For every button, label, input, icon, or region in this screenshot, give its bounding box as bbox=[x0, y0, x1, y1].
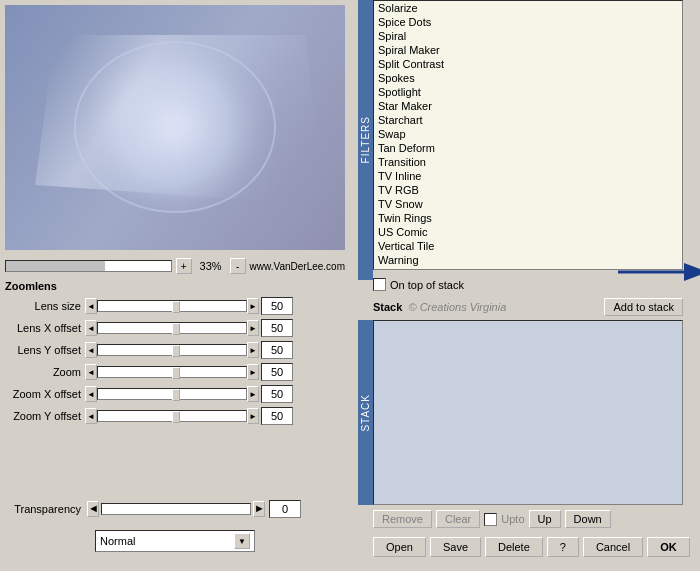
transparency-value: 0 bbox=[269, 500, 301, 518]
save-button[interactable]: Save bbox=[430, 537, 481, 557]
param-row-lens-y: Lens Y offset ◄ ► 50 bbox=[5, 340, 350, 360]
zoom-plus-button[interactable]: + bbox=[176, 258, 192, 274]
bottom-buttons: Open Save Delete ? Cancel OK bbox=[373, 537, 688, 557]
zoom-x-track[interactable] bbox=[97, 388, 247, 400]
trans-right-btn[interactable]: ► bbox=[253, 501, 265, 517]
filter-item-transition[interactable]: Transition bbox=[374, 155, 682, 169]
stack-label-row: Stack © Creations Virginia Add to stack bbox=[373, 298, 683, 316]
filter-item-swap[interactable]: Swap bbox=[374, 127, 682, 141]
filter-item-split-contrast[interactable]: Split Contrast bbox=[374, 57, 682, 71]
blend-mode-select[interactable]: Normal ▼ bbox=[95, 530, 255, 552]
zoom-left-btn[interactable]: ◄ bbox=[85, 364, 97, 380]
upto-checkbox[interactable] bbox=[484, 513, 497, 526]
stack-sidebar: STACK bbox=[358, 320, 373, 505]
filter-item-vertical-tile[interactable]: Vertical Tile bbox=[374, 239, 682, 253]
zoom-value: 50 bbox=[261, 363, 293, 381]
transparency-label: Transparency bbox=[5, 503, 85, 515]
stack-sidebar-label: STACK bbox=[360, 394, 371, 432]
up-button[interactable]: Up bbox=[529, 510, 561, 528]
filter-item-tv-snow[interactable]: TV Snow bbox=[374, 197, 682, 211]
down-button[interactable]: Down bbox=[565, 510, 611, 528]
zoomlens-panel: Zoomlens Lens size ◄ ► 50 Lens X offset … bbox=[5, 280, 350, 428]
clear-button[interactable]: Clear bbox=[436, 510, 480, 528]
param-row-lens-size: Lens size ◄ ► 50 bbox=[5, 296, 350, 316]
param-row-lens-x: Lens X offset ◄ ► 50 bbox=[5, 318, 350, 338]
lens-x-value: 50 bbox=[261, 319, 293, 337]
zoom-y-value: 50 bbox=[261, 407, 293, 425]
add-to-stack-button[interactable]: Add to stack bbox=[604, 298, 683, 316]
filters-section: FILTERS SolarizeSpice DotsSpiralSpiral M… bbox=[358, 0, 683, 280]
filter-item-starchart[interactable]: Starchart bbox=[374, 113, 682, 127]
filter-item-us-comic[interactable]: US Comic bbox=[374, 225, 682, 239]
left-panel: + 33% - www.VanDerLee.com Zoomlens Lens … bbox=[0, 0, 355, 571]
trans-track[interactable] bbox=[101, 503, 251, 515]
cancel-button[interactable]: Cancel bbox=[583, 537, 643, 557]
param-label-zoom: Zoom bbox=[5, 366, 85, 378]
lens-x-right-btn[interactable]: ► bbox=[247, 320, 259, 336]
zoom-y-left-btn[interactable]: ◄ bbox=[85, 408, 97, 424]
lens-size-left-btn[interactable]: ◄ bbox=[85, 298, 97, 314]
on-top-label: On top of stack bbox=[390, 279, 464, 291]
transparency-row: Transparency ◄ ► 0 bbox=[5, 500, 350, 518]
lens-y-right-btn[interactable]: ► bbox=[247, 342, 259, 358]
delete-button[interactable]: Delete bbox=[485, 537, 543, 557]
lens-x-left-btn[interactable]: ◄ bbox=[85, 320, 97, 336]
lens-size-right-btn[interactable]: ► bbox=[247, 298, 259, 314]
filters-sidebar-label: FILTERS bbox=[360, 116, 371, 163]
blend-mode-value: Normal bbox=[100, 535, 135, 547]
zoom-x-value: 50 bbox=[261, 385, 293, 403]
lens-y-track[interactable] bbox=[97, 344, 247, 356]
param-label-lens-size: Lens size bbox=[5, 300, 85, 312]
zoom-right-btn[interactable]: ► bbox=[247, 364, 259, 380]
lens-size-value: 50 bbox=[261, 297, 293, 315]
param-row-zoom-x: Zoom X offset ◄ ► 50 bbox=[5, 384, 350, 404]
param-label-zoom-x: Zoom X offset bbox=[5, 388, 85, 400]
lens-x-track[interactable] bbox=[97, 322, 247, 334]
lens-size-track[interactable] bbox=[97, 300, 247, 312]
filter-item-spiral[interactable]: Spiral bbox=[374, 29, 682, 43]
open-button[interactable]: Open bbox=[373, 537, 426, 557]
filter-item-solarize[interactable]: Solarize bbox=[374, 1, 682, 15]
stack-content bbox=[373, 320, 683, 505]
zoom-y-track[interactable] bbox=[97, 410, 247, 422]
filter-item-spiral-maker[interactable]: Spiral Maker bbox=[374, 43, 682, 57]
filter-item-spotlight[interactable]: Spotlight bbox=[374, 85, 682, 99]
stack-label-text: Stack bbox=[373, 301, 402, 313]
zoom-bar: + 33% - www.VanDerLee.com bbox=[5, 255, 345, 277]
param-row-zoom: Zoom ◄ ► 50 bbox=[5, 362, 350, 382]
zoom-y-right-btn[interactable]: ► bbox=[247, 408, 259, 424]
stack-credits: Stack © Creations Virginia bbox=[373, 301, 506, 313]
trans-left-btn[interactable]: ◄ bbox=[87, 501, 99, 517]
filter-item-twin-rings[interactable]: Twin Rings bbox=[374, 211, 682, 225]
filter-item-tv-rgb[interactable]: TV RGB bbox=[374, 183, 682, 197]
blend-arrow-icon[interactable]: ▼ bbox=[234, 533, 250, 549]
ok-button[interactable]: OK bbox=[647, 537, 690, 557]
filter-item-spokes[interactable]: Spokes bbox=[374, 71, 682, 85]
preview-canvas bbox=[5, 5, 345, 250]
filter-item-spice-dots[interactable]: Spice Dots bbox=[374, 15, 682, 29]
remove-button[interactable]: Remove bbox=[373, 510, 432, 528]
help-button[interactable]: ? bbox=[547, 537, 579, 557]
on-top-checkbox[interactable] bbox=[373, 278, 386, 291]
zoom-slider[interactable] bbox=[5, 260, 172, 272]
filters-list[interactable]: SolarizeSpice DotsSpiralSpiral MakerSpli… bbox=[373, 0, 683, 270]
filter-item-tv-inline[interactable]: TV Inline bbox=[374, 169, 682, 183]
zoom-minus-button[interactable]: - bbox=[230, 258, 246, 274]
zoomlens-title: Zoomlens bbox=[5, 280, 350, 292]
preview-image bbox=[5, 5, 345, 250]
param-label-lens-x: Lens X offset bbox=[5, 322, 85, 334]
stack-actions: Remove Clear Upto Up Down bbox=[373, 510, 683, 528]
filter-item-star-maker[interactable]: Star Maker bbox=[374, 99, 682, 113]
stack-area: STACK bbox=[358, 320, 683, 505]
upto-label: Upto bbox=[501, 513, 524, 525]
zoom-x-left-btn[interactable]: ◄ bbox=[85, 386, 97, 402]
zoom-url: www.VanDerLee.com bbox=[250, 261, 345, 272]
on-top-row: On top of stack bbox=[373, 278, 464, 291]
lens-y-left-btn[interactable]: ◄ bbox=[85, 342, 97, 358]
zoom-track[interactable] bbox=[97, 366, 247, 378]
filter-item-tan-deform[interactable]: Tan Deform bbox=[374, 141, 682, 155]
right-panel: FILTERS SolarizeSpice DotsSpiralSpiral M… bbox=[358, 0, 700, 571]
upto-container: Upto bbox=[484, 510, 524, 528]
stack-credits-text: © Creations Virginia bbox=[408, 301, 506, 313]
zoom-x-right-btn[interactable]: ► bbox=[247, 386, 259, 402]
